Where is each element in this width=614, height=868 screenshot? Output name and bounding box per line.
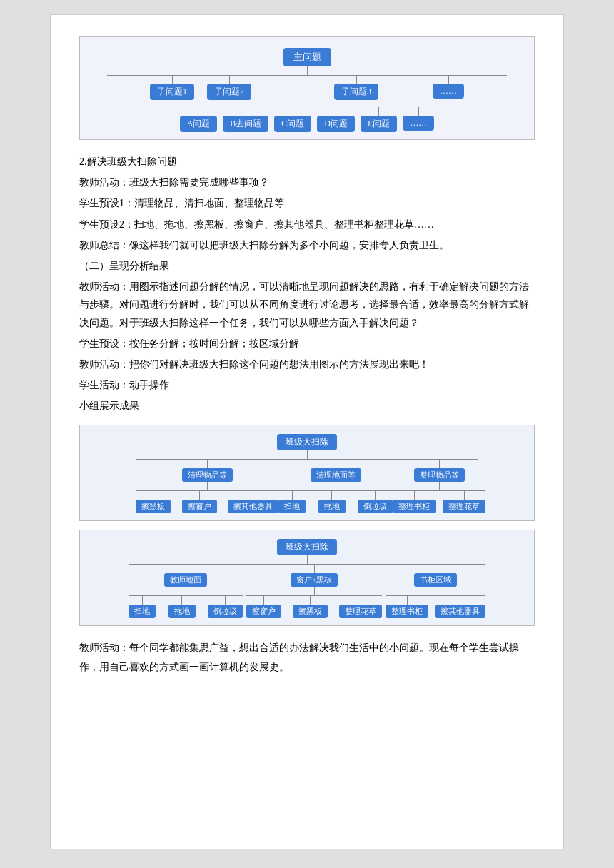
d1-l3-5: …… <box>403 116 434 131</box>
d3-l3-1: 拖地 <box>168 605 196 618</box>
d2-l3-1: 擦窗户 <box>182 500 217 513</box>
d1-l3-2: C问题 <box>274 116 311 132</box>
d3-root: 班级大扫除 <box>277 539 337 555</box>
d2-l3-r0: 整理书柜 <box>393 500 436 513</box>
d1-l2-0: 子问题1 <box>150 84 194 100</box>
section2-line1: 学生预设1：清理物品、清扫地面、整理物品等 <box>79 194 535 212</box>
section2-line5: 教师活动：用图示指述问题分解的情况，可以清晰地呈现问题解决的思路，有利于确定解决… <box>79 278 535 332</box>
d1-l2-1: 子问题2 <box>207 84 251 100</box>
diagram3: 班级大扫除 教师地面 扫地 <box>79 530 535 626</box>
d1-root: 主问题 <box>283 48 331 66</box>
d2-l2-2: 整理物品等 <box>414 468 465 482</box>
d3-l2-2: 书柜区域 <box>414 573 457 587</box>
d2-l3-m2: 倒垃圾 <box>358 500 393 513</box>
d2-l3-0: 擦黑板 <box>136 500 171 513</box>
d1-l2-2: 子问题3 <box>334 84 378 100</box>
d1-l2-3: …… <box>433 84 464 99</box>
d2-l3-r1: 整理花草 <box>443 500 485 513</box>
d3-l3-0: 扫地 <box>129 605 156 618</box>
d3-l3-r0: 整理书柜 <box>386 605 428 618</box>
section2-line0: 教师活动：班级大扫除需要完成哪些事项？ <box>79 173 535 191</box>
section2-line9: 小组展示成果 <box>79 397 535 415</box>
d3-l2-0: 教师地面 <box>164 573 207 587</box>
bottom-text: 教师活动：每个同学都能集思广益，想出合适的办法解决我们生活中的小问题。现在每个学… <box>79 639 535 677</box>
d1-l3-1: B去问题 <box>223 116 268 132</box>
d3-l3-m0: 擦窗户 <box>246 605 281 618</box>
d2-l3-2: 擦其他器具 <box>228 500 278 513</box>
d3-l3-m2: 整理花草 <box>339 605 382 618</box>
section2-line3: 教师总结：像这样我们就可以把班级大扫除分解为多个小问题，安排专人负责卫生。 <box>79 236 535 254</box>
d1-l3-0: A问题 <box>180 116 218 132</box>
section2-line2: 学生预设2：扫地、拖地、擦黑板、擦窗户、擦其他器具、整理书柜整理花草…… <box>79 216 535 233</box>
d3-l3-r1: 擦其他器具 <box>435 605 485 618</box>
d1-l3-4: E问题 <box>361 116 397 132</box>
page-container: 主问题 子问题1 子问题2 <box>50 14 564 849</box>
section2-line4: （二）呈现分析结果 <box>79 257 535 275</box>
bottom-line0: 教师活动：每个同学都能集思广益，想出合适的办法解决我们生活中的小问题。现在每个学… <box>79 639 535 677</box>
d3-l2-1: 窗户+黑板 <box>291 573 338 587</box>
text-section2: 2.解决班级大扫除问题 教师活动：班级大扫除需要完成哪些事项？ 学生预设1：清理… <box>79 153 535 415</box>
d2-l2-1: 清理地面等 <box>311 468 361 482</box>
section2-line7: 教师活动：把你们对解决班级大扫除这个问题的想法用图示的方法展现出来吧！ <box>79 355 535 373</box>
section2-line8: 学生活动：动手操作 <box>79 376 535 394</box>
diagram1: 主问题 子问题1 子问题2 <box>79 36 535 140</box>
section2-title: 2.解决班级大扫除问题 <box>79 153 535 171</box>
diagram2: 班级大扫除 清理物品等 擦黑板 <box>79 425 535 521</box>
d3-l3-2: 倒垃圾 <box>208 605 243 618</box>
d2-root: 班级大扫除 <box>277 434 337 450</box>
d3-l3-m1: 擦黑板 <box>293 605 328 618</box>
d2-l2-0: 清理物品等 <box>182 468 233 482</box>
d2-l3-m1: 拖地 <box>318 500 346 513</box>
section2-line6: 学生预设：按任务分解；按时间分解；按区域分解 <box>79 335 535 353</box>
d1-l3-3: D问题 <box>317 116 355 132</box>
d2-l3-m0: 扫地 <box>278 500 306 513</box>
